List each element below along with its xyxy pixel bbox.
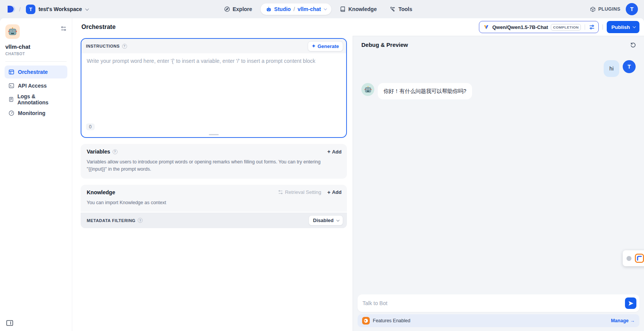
tab-knowledge-label: Knowledge (348, 6, 377, 12)
workspace-switcher[interactable]: T test's Workspace (24, 3, 90, 16)
metadata-filtering-title: METADATA FILTERING (87, 218, 135, 223)
manage-features-link[interactable]: Manage → (611, 318, 635, 323)
tab-studio-active[interactable]: Studio / vllm-chat (261, 3, 331, 15)
send-icon (628, 301, 634, 306)
resize-handle[interactable] (209, 134, 219, 135)
features-label: Features Enabled (373, 318, 410, 323)
workspace-name: test's Workspace (38, 6, 82, 12)
plus-icon: + (328, 149, 331, 155)
tab-tools[interactable]: Tools (385, 3, 417, 15)
restart-icon (630, 42, 636, 48)
variables-description: Variables allow users to introduce promp… (81, 158, 328, 179)
sidebar-item-label: API Access (18, 83, 47, 89)
plugins-box-icon (590, 6, 596, 12)
chevron-down-icon (336, 218, 339, 221)
dify-logo-icon[interactable] (6, 4, 16, 14)
manage-label: Manage (611, 318, 629, 323)
chat-message-user: hi T (361, 60, 636, 77)
publish-button[interactable]: Publish (607, 21, 639, 33)
retrieval-setting-label: Retrieval Setting (285, 189, 321, 195)
chat-area: hi T 你好！有什么问题我可以帮助你吗? (353, 51, 644, 294)
sidebar-item-api-access[interactable]: API Access (5, 79, 67, 92)
monitoring-icon (8, 110, 14, 116)
primary-nav: Explore Studio / vllm-chat Knowledge Too… (219, 0, 417, 18)
extension-logo-icon (635, 254, 644, 263)
help-icon[interactable]: ? (113, 149, 118, 154)
publish-label: Publish (611, 24, 630, 30)
add-knowledge-button[interactable]: + Add (328, 189, 342, 195)
sidebar-item-orchestrate[interactable]: Orchestrate (5, 66, 67, 78)
collapse-panel-icon (6, 320, 13, 326)
app-sidebar: vllm-chat CHATBOT Orchestrate API Access… (0, 18, 72, 331)
sidebar-item-label: Monitoring (18, 110, 45, 116)
bot-chat-avatar (361, 83, 374, 96)
metadata-filtering-row: METADATA FILTERING ? Disabled (81, 212, 347, 228)
sidebar-item-label: Orchestrate (18, 69, 48, 75)
top-nav: / T test's Workspace Explore Studio / vl… (0, 0, 644, 18)
sidebar-item-logs-annotations[interactable]: Logs & Annotations (5, 93, 67, 106)
metadata-filtering-toggle[interactable]: Disabled (308, 215, 343, 225)
logs-icon (8, 96, 14, 102)
robot-icon (8, 27, 17, 37)
orchestrate-icon (8, 69, 14, 75)
floating-extension-widget[interactable] (623, 250, 644, 266)
sidebar-app-name: vllm-chat (5, 43, 67, 50)
model-mode-badge: COMPLETION (551, 24, 581, 30)
sparkle-icon: ✦ (312, 43, 316, 49)
knowledge-icon (340, 6, 346, 12)
chat-message-assistant: 你好！有什么问题我可以帮助你吗? (361, 83, 636, 99)
app-info: vllm-chat CHATBOT (0, 18, 72, 56)
user-avatar[interactable]: T (626, 3, 638, 15)
api-access-icon (8, 83, 14, 89)
app-icon[interactable] (5, 24, 20, 39)
variables-title: Variables (87, 149, 110, 155)
knowledge-empty-text: You can import Knowledge as context (81, 198, 328, 212)
sidebar-item-monitoring[interactable]: Monitoring (5, 107, 67, 120)
vllm-logo-icon (483, 24, 490, 30)
add-label: Add (332, 149, 342, 155)
main-column: Orchestrate Qwen/Qwen1.5-7B-Chat COMPLET… (72, 18, 644, 331)
plus-icon: + (328, 189, 331, 195)
tools-icon (390, 6, 396, 12)
model-parameters-icon[interactable] (589, 24, 595, 30)
studio-robot-icon (266, 6, 272, 12)
tab-knowledge[interactable]: Knowledge (335, 3, 382, 15)
debug-title: Debug & Preview (361, 42, 408, 48)
app-operations-icon[interactable] (60, 26, 67, 33)
instructions-panel: INSTRUCTIONS ? ✦ Generate Write your pro… (81, 38, 347, 138)
sidebar-item-label: Logs & Annotations (17, 93, 64, 106)
plugins-button[interactable]: PLUGINS (590, 6, 620, 12)
prompt-editor[interactable]: Write your prompt word here, enter '{' t… (81, 53, 346, 121)
model-selector[interactable]: Qwen/Qwen1.5-7B-Chat COMPLETION (479, 21, 599, 33)
features-bar[interactable]: Features Enabled Manage → (358, 314, 639, 327)
features-icon (362, 317, 370, 325)
send-button[interactable] (625, 297, 636, 309)
model-name: Qwen/Qwen1.5-7B-Chat (492, 24, 548, 30)
help-icon[interactable]: ? (138, 218, 143, 223)
tab-explore[interactable]: Explore (219, 3, 256, 15)
instructions-header: INSTRUCTIONS ? ✦ Generate (81, 39, 346, 53)
nav-left: / T test's Workspace (6, 3, 90, 16)
tab-explore-label: Explore (232, 6, 252, 12)
sidebar-menu: Orchestrate API Access Logs & Annotation… (0, 66, 72, 120)
add-variable-button[interactable]: + Add (328, 149, 342, 155)
generate-button[interactable]: ✦ Generate (308, 41, 343, 51)
current-app-name: vllm-chat (297, 6, 321, 12)
help-icon[interactable]: ? (122, 44, 127, 49)
toolbar-right: Qwen/Qwen1.5-7B-Chat COMPLETION Publish (479, 21, 639, 33)
collapse-sidebar-button[interactable] (6, 320, 13, 327)
chat-input[interactable] (363, 300, 625, 306)
app-window: / T test's Workspace Explore Studio / vl… (0, 0, 644, 331)
restart-conversation-button[interactable] (630, 42, 636, 48)
add-label: Add (332, 189, 342, 195)
instructions-title: INSTRUCTIONS (86, 44, 120, 48)
record-dot-icon (627, 256, 631, 261)
metadata-state-label: Disabled (313, 217, 334, 223)
pill-divider (585, 24, 585, 30)
toolbar-separator (603, 24, 603, 30)
app-type-badge: CHATBOT (5, 52, 67, 56)
chevron-down-icon (85, 7, 89, 11)
retrieval-setting-button[interactable]: Retrieval Setting (278, 189, 321, 195)
tab-tools-label: Tools (398, 6, 412, 12)
page-title: Orchestrate (81, 24, 116, 30)
